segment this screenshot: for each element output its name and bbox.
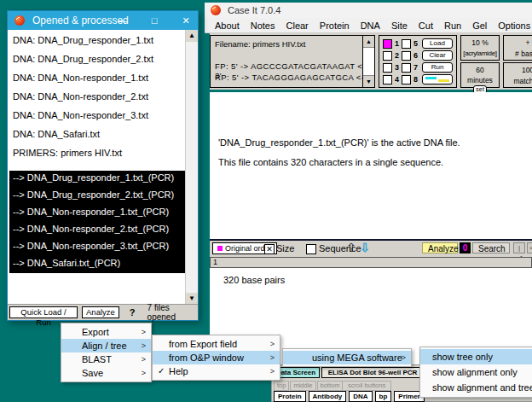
dna-button[interactable]: DNA	[349, 391, 372, 402]
cyan-band-icon	[425, 77, 437, 79]
bp-button[interactable]: bp	[375, 391, 392, 402]
scroll-down-icon[interactable]: ▼	[363, 75, 374, 87]
list-item[interactable]: DNA: DNA_Non-responder_3.txt	[13, 110, 148, 120]
main-menubar: About Notes Clear Protein DNA Site Cut R…	[205, 18, 532, 33]
well-1-label: 1	[395, 39, 399, 48]
list-item-selected[interactable]: --> DNA_Non-responder_2.txt_(PCR)	[13, 224, 169, 234]
yellow-band-icon	[438, 79, 449, 82]
position-tabs: top middle bottom	[274, 381, 343, 391]
menu-item-using-mega-software[interactable]: using MEGA software >	[283, 351, 411, 364]
tab-top[interactable]: top	[274, 381, 289, 391]
well-1-checkbox[interactable]	[383, 39, 392, 49]
list-item-selected[interactable]: --> DNA_Drug_responder_1.txt_(PCR)	[13, 172, 174, 183]
menu-protein[interactable]: Protein	[320, 20, 350, 31]
sort-up-icon[interactable]: ⇧	[346, 241, 356, 254]
well-8-label: 8	[413, 75, 418, 84]
well-8-checkbox[interactable]	[402, 75, 411, 84]
quick-load-run-button[interactable]: Quick Load / Run	[9, 306, 78, 318]
menu-item-align-tree[interactable]: Align / tree >	[61, 339, 151, 352]
files-opened-count: 7 files opened	[147, 303, 198, 322]
submenu-arrow-icon: >	[142, 339, 146, 352]
well-7-checkbox[interactable]	[402, 63, 411, 73]
filename-scrollbar[interactable]: ▲ ▼	[362, 36, 374, 87]
submenu-arrow-icon: >	[142, 352, 146, 366]
scroll-up-icon[interactable]: ▲	[186, 30, 198, 42]
menu-item-show-alignment-only[interactable]: show alignment only	[420, 364, 532, 380]
nav-prev-button[interactable]: <	[527, 242, 532, 253]
bases-panel-line2: # bases	[504, 50, 532, 58]
menu-item-show-tree-only[interactable]: show tree only	[420, 349, 532, 364]
gel-bands-icon-button[interactable]	[422, 74, 453, 84]
run-button[interactable]: Run	[422, 62, 453, 73]
well-7-label: 7	[413, 63, 418, 72]
menu-options[interactable]: Options	[498, 20, 530, 31]
menu-cut[interactable]: Cut	[419, 20, 433, 31]
menu-item-save[interactable]: Save >	[61, 366, 151, 380]
file-list-scrollbar[interactable]: ▲ ▼	[185, 30, 198, 305]
well-4-checkbox[interactable]	[383, 75, 392, 84]
acrylamide-label: [acrylamide]	[461, 50, 499, 57]
nav-first-button[interactable]: |◀	[513, 242, 525, 253]
help-button[interactable]: ?	[130, 307, 136, 318]
acrylamide-percent: 10 %	[461, 38, 499, 47]
list-item[interactable]: DNA: DNA_Non-responder_1.txt	[13, 73, 148, 83]
assay-group-label[interactable]: ELISA Dot Blot 96-well PCR	[321, 367, 424, 378]
list-item[interactable]: DNA: DNA_Drug_responder_2.txt	[13, 54, 153, 64]
well-6-checkbox[interactable]	[402, 51, 411, 61]
sequence-checkbox[interactable]	[306, 244, 316, 254]
tab-bottom[interactable]: bottom	[317, 381, 344, 391]
list-item-selected[interactable]: --> DNA_Non-responder_3.txt_(PCR)	[13, 241, 169, 251]
scroll-up-icon[interactable]: ▲	[363, 36, 374, 48]
counter-badge[interactable]: 0	[460, 242, 471, 253]
antibody-button[interactable]: Antibody	[309, 391, 347, 402]
clear-button[interactable]: Clear	[422, 50, 453, 61]
from-op-window-submenu: using MEGA software >	[282, 348, 412, 367]
list-item[interactable]: PRIMERS: primers HIV.txt	[13, 148, 122, 158]
message-pane: 'DNA_Drug_responder_1.txt_(PCR)' is the …	[210, 92, 532, 239]
file-list: DNA: DNA_Drug_responder_1.txt DNA: DNA_D…	[8, 30, 198, 305]
menu-item-blast[interactable]: BLAST >	[61, 352, 151, 366]
list-item-selected[interactable]: --> DNA_Safari.txt_(PCR)	[13, 258, 120, 268]
sort-down-icon[interactable]: ⇩	[360, 241, 370, 254]
maximize-icon[interactable]: □	[145, 11, 164, 30]
list-item[interactable]: DNA: DNA_Safari.txt	[13, 129, 100, 139]
well-2-checkbox[interactable]	[383, 51, 392, 61]
tab-middle[interactable]: middle	[290, 381, 315, 391]
well-3-checkbox[interactable]	[383, 63, 392, 73]
analyze-gel-button[interactable]: Analyze	[422, 242, 458, 253]
menu-item-export[interactable]: Export >	[61, 325, 151, 339]
size-checkbox[interactable]: ✕	[264, 244, 275, 254]
menu-item-from-export-field[interactable]: from Export field >	[153, 337, 280, 351]
protein-button[interactable]: Protein	[274, 391, 306, 402]
menu-clear[interactable]: Clear	[286, 20, 309, 31]
submenu-arrow-icon: >	[402, 351, 406, 364]
menu-site[interactable]: Site	[391, 20, 408, 31]
analyze-button[interactable]: Analyze	[82, 306, 119, 318]
size-label: Size	[276, 243, 294, 253]
well-5-checkbox[interactable]	[402, 39, 411, 49]
case-it-logo-icon	[211, 5, 221, 15]
menu-dna[interactable]: DNA	[361, 20, 380, 31]
list-item-selected[interactable]: --> DNA_Drug_responder_2.txt_(PCR)	[13, 189, 174, 200]
lane-number-strip: 1	[210, 257, 532, 268]
match-value: 100	[504, 66, 532, 74]
menu-notes[interactable]: Notes	[251, 20, 275, 31]
main-titlebar: Case It 7.0.4	[205, 3, 532, 18]
list-item-selected[interactable]: --> DNA_Non-responder_1.txt_(PCR)	[13, 207, 169, 217]
list-item[interactable]: DNA: DNA_Non-responder_2.txt	[13, 91, 148, 102]
list-item[interactable]: DNA: DNA_Drug_responder_1.txt	[13, 35, 153, 45]
minimize-icon[interactable]: —	[113, 11, 132, 30]
close-icon[interactable]: ✕	[176, 11, 195, 30]
well-5-label: 5	[413, 39, 418, 48]
menu-run[interactable]: Run	[444, 20, 461, 31]
menu-gel[interactable]: Gel	[472, 20, 487, 31]
menu-item-help[interactable]: ✓ Help >	[153, 364, 280, 378]
load-button[interactable]: Load	[422, 38, 453, 49]
menu-about[interactable]: About	[215, 20, 240, 31]
search-button[interactable]: Search ▶	[472, 242, 510, 253]
submenu-arrow-icon: >	[142, 325, 146, 339]
opened-processed-window: Opened & processed — □ ✕ DNA: DNA_Drug_r…	[7, 10, 199, 321]
menu-item-from-op-window[interactable]: from O&P window >	[153, 351, 280, 364]
menu-item-show-alignment-and-tree[interactable]: show alignment and tree	[420, 380, 532, 395]
acrylamide-panel: 10 % [acrylamide]	[460, 35, 500, 61]
